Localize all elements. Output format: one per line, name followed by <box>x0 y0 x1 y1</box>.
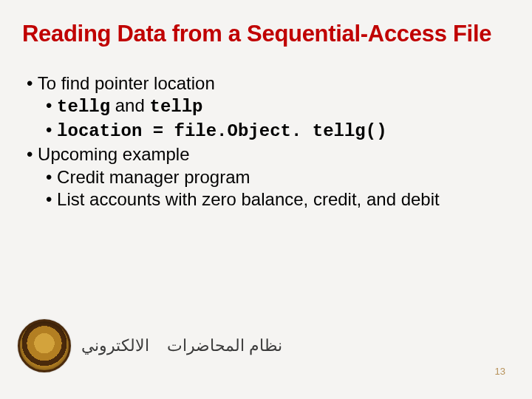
bullet-lvl2: List accounts with zero balance, credit,… <box>46 188 510 211</box>
footer-text-block: نظام المحاضرات الالكتروني <box>81 336 282 355</box>
code-text: tellg <box>57 97 110 117</box>
bullet-text: Upcoming example <box>38 144 189 164</box>
page-number: 13 <box>495 366 505 377</box>
bullet-lvl1: Upcoming example Credit manager program … <box>27 143 510 211</box>
bullet-lvl2: location = file.Object. tellg() <box>46 119 510 143</box>
code-text: location = file.Object. tellg() <box>57 121 386 141</box>
bullet-lvl1: To find pointer location tellg and tellp… <box>27 72 510 143</box>
bullet-lvl2: Credit manager program <box>46 166 510 189</box>
footer-text-left: الالكتروني <box>81 336 149 355</box>
bullet-text: Credit manager program <box>57 167 250 187</box>
code-text: tellp <box>149 97 202 117</box>
slide: Reading Data from a Sequential-Access Fi… <box>0 0 532 399</box>
bullet-text: and <box>110 95 149 115</box>
slide-title: Reading Data from a Sequential-Access Fi… <box>22 21 510 47</box>
bullet-lvl2: tellg and tellp <box>46 95 510 119</box>
seal-icon <box>18 319 71 372</box>
slide-body: To find pointer location tellg and tellp… <box>22 72 510 211</box>
footer: نظام المحاضرات الالكتروني <box>18 319 282 372</box>
footer-text-right: نظام المحاضرات <box>167 336 282 355</box>
bullet-text: List accounts with zero balance, credit,… <box>57 189 440 209</box>
bullet-text: To find pointer location <box>38 73 215 93</box>
